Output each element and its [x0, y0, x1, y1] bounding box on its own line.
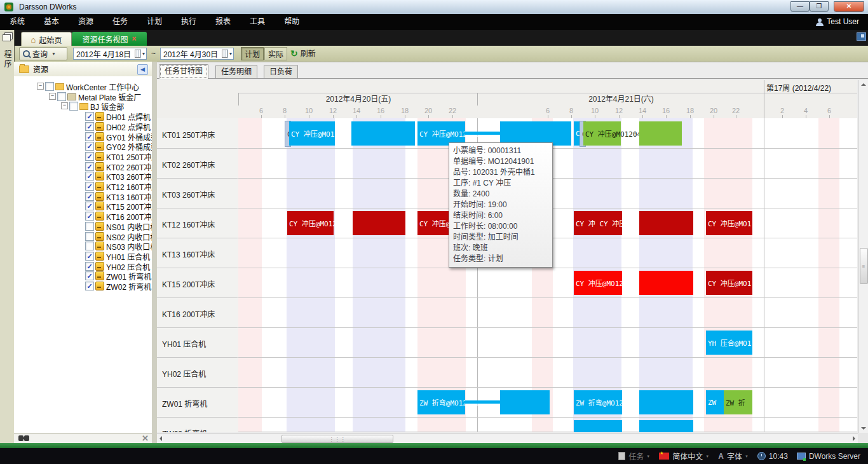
- refresh-button[interactable]: ↻ 刷新: [290, 47, 316, 59]
- date-from-field[interactable]: 2012年 4月18日 ▼: [73, 48, 147, 60]
- tab-resource-task-view[interactable]: 资源任务视图 ×: [72, 32, 147, 46]
- gantt-task-bar[interactable]: CY 冲 CY 冲压@MO12041904: [574, 211, 622, 235]
- tree-item[interactable]: ✓YH01 压合机: [14, 250, 152, 261]
- gantt-task-bar[interactable]: ZW 折: [724, 390, 752, 414]
- gantt-task-bar[interactable]: YH 压合@MO1: [706, 331, 752, 355]
- gantt-bar-connector[interactable]: [465, 400, 500, 404]
- tree-checkbox[interactable]: ✓: [85, 271, 94, 280]
- find-icon[interactable]: [18, 435, 24, 441]
- status-item-font[interactable]: A字体▼: [718, 451, 749, 461]
- tree-checkbox[interactable]: ✓: [85, 142, 94, 151]
- layout-icon[interactable]: [857, 32, 866, 41]
- tree-item[interactable]: ✓DH01 点焊机: [14, 111, 152, 121]
- tree-item[interactable]: NS01 内收口机: [14, 221, 152, 231]
- tree-item[interactable]: ✓KT03 260T冲床: [14, 170, 152, 181]
- machine-icon[interactable]: [95, 232, 104, 241]
- tree-item[interactable]: ✓GY02 外桶成型机: [14, 140, 152, 151]
- menu-item[interactable]: 任务: [103, 14, 137, 30]
- gantt-task-bar[interactable]: CY 冲压@MO12041904: [287, 211, 334, 235]
- machine-icon[interactable]: [95, 252, 104, 261]
- maximize-button[interactable]: ❒: [810, 1, 829, 12]
- scroll-up-icon[interactable]: [861, 83, 866, 86]
- query-button[interactable]: 查询 ▼: [19, 47, 67, 60]
- tree-item[interactable]: ✓DH02 点焊机: [14, 121, 152, 131]
- tab-home[interactable]: ⌂ 起始页: [21, 32, 72, 46]
- tree-checkbox[interactable]: [45, 82, 54, 91]
- horizontal-scrollbar[interactable]: ⋮⋮⋮: [157, 433, 858, 444]
- machine-icon[interactable]: [95, 222, 104, 231]
- workcenter-icon[interactable]: [55, 83, 64, 90]
- tree-checkbox[interactable]: [85, 232, 94, 241]
- machine-icon[interactable]: [95, 282, 104, 290]
- machine-icon[interactable]: [95, 182, 104, 191]
- tree-item[interactable]: ✓KT16 200T冲床: [14, 210, 152, 221]
- tree-item[interactable]: ✓ZW01 折弯机: [14, 270, 152, 280]
- machine-icon[interactable]: [95, 271, 104, 280]
- status-item-server[interactable]: DWorks Server: [797, 452, 860, 461]
- gantt-tab-0[interactable]: 任务甘特图: [159, 64, 208, 79]
- tree-item[interactable]: −Metal Plate 钣金厂: [14, 91, 152, 101]
- tree-checkbox[interactable]: [85, 242, 94, 250]
- gantt-task-bar[interactable]: [639, 271, 693, 295]
- tree-item[interactable]: ✓YH02 压合机: [14, 261, 152, 271]
- tree-checkbox[interactable]: ✓: [85, 201, 94, 210]
- gantt-task-bar[interactable]: [639, 121, 682, 146]
- tree-checkbox[interactable]: ✓: [85, 182, 94, 191]
- tree-checkbox[interactable]: [85, 222, 94, 231]
- machine-icon[interactable]: [95, 201, 104, 210]
- gantt-task-bar[interactable]: [639, 211, 693, 235]
- program-vertical-tab[interactable]: 程序: [2, 50, 13, 69]
- tree-item[interactable]: ✓KT13 160T冲床: [14, 191, 152, 201]
- menu-item[interactable]: 资源: [69, 14, 103, 30]
- tree-checkbox[interactable]: ✓: [85, 252, 94, 261]
- machine-icon[interactable]: [95, 162, 104, 171]
- collapse-panel-button[interactable]: ◀: [137, 64, 148, 75]
- tree-item[interactable]: ✓ZW02 折弯机: [14, 280, 152, 290]
- date-to-caret-icon[interactable]: ▼: [227, 49, 233, 58]
- gantt-bar-connector[interactable]: [465, 132, 500, 135]
- status-item-clock[interactable]: 10:43: [757, 452, 788, 461]
- machine-icon[interactable]: [95, 112, 104, 121]
- factory-icon[interactable]: [67, 93, 76, 100]
- machine-icon[interactable]: [95, 122, 104, 131]
- menu-item[interactable]: 计划: [137, 14, 172, 30]
- menu-item[interactable]: 报表: [206, 14, 240, 30]
- status-item-clipboard[interactable]: 任务▼: [618, 451, 650, 461]
- tree-checkbox[interactable]: ✓: [85, 192, 94, 201]
- tree-checkbox[interactable]: [57, 92, 66, 101]
- gantt-task-bar[interactable]: [500, 390, 550, 414]
- tree-item[interactable]: NS02 内收口机: [14, 231, 152, 241]
- scroll-right-icon[interactable]: [853, 436, 855, 441]
- tree-expander[interactable]: −: [49, 93, 56, 100]
- tree-checkbox[interactable]: ✓: [85, 172, 94, 181]
- tree-item[interactable]: −BJ 钣金部: [14, 100, 152, 111]
- tree-checkbox[interactable]: ✓: [85, 212, 94, 221]
- tree-item[interactable]: −WorkCenter 工作中心: [14, 81, 152, 91]
- gantt-task-bar[interactable]: CY 冲压@MO12041901: [289, 121, 335, 146]
- date-to-field[interactable]: 2012年 4月30日 ▼: [160, 48, 234, 60]
- gantt-task-bar[interactable]: CY 冲压@MO12041902: [583, 121, 621, 146]
- panel-close-icon[interactable]: ✕: [142, 433, 149, 443]
- gantt-task-bar[interactable]: ZW 折弯@MO12041901: [417, 390, 465, 414]
- gantt-task-bar[interactable]: ZW: [706, 390, 724, 414]
- close-button[interactable]: ✕: [834, 1, 864, 12]
- gantt-task-bar[interactable]: [351, 121, 415, 146]
- gantt-task-bar[interactable]: [639, 420, 693, 432]
- machine-icon[interactable]: [95, 242, 104, 250]
- menu-item[interactable]: 基本: [34, 14, 69, 30]
- tree-item[interactable]: ✓KT02 260T冲床: [14, 161, 152, 171]
- vertical-scrollbar[interactable]: ≡: [858, 80, 868, 433]
- tree-checkbox[interactable]: ✓: [85, 152, 94, 161]
- gantt-task-bar[interactable]: [639, 390, 693, 414]
- date-from-caret-icon[interactable]: ▼: [140, 49, 146, 58]
- menu-item[interactable]: 执行: [172, 14, 206, 30]
- machine-icon[interactable]: [95, 152, 104, 161]
- tree-checkbox[interactable]: ✓: [85, 122, 94, 131]
- tree-checkbox[interactable]: [69, 102, 78, 111]
- vertical-scroll-thumb[interactable]: ≡: [860, 248, 868, 284]
- tab-close-icon[interactable]: ×: [132, 34, 137, 43]
- actual-toggle-button[interactable]: 实际: [264, 47, 287, 60]
- status-item-flag[interactable]: 简体中文▼: [659, 451, 709, 461]
- plan-toggle-button[interactable]: 计划: [241, 47, 264, 60]
- machine-icon[interactable]: [95, 212, 104, 221]
